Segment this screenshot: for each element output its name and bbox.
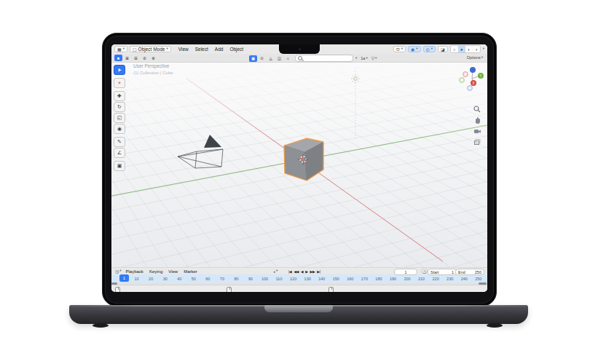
display-dropdown[interactable]: ▾: [354, 57, 358, 60]
tool-icon: ➤: [116, 67, 123, 74]
select-mode-icon: ⊟: [134, 56, 138, 60]
viewport-toolbar: ➤⌖✚↻◱◉✎∠▣: [114, 65, 125, 171]
filter-icon: ⊙: [260, 56, 264, 60]
select-mode-set[interactable]: ■: [114, 55, 122, 61]
timeline-menu-item[interactable]: Playback: [126, 269, 143, 274]
tool-rotate[interactable]: ↻: [114, 102, 125, 112]
play-reverse-button[interactable]: ◀: [301, 269, 303, 274]
show-gizmo-toggle[interactable]: ◉ ▾: [408, 46, 421, 52]
tool-icon: ▣: [117, 163, 122, 169]
current-frame-field[interactable]: 1: [394, 269, 417, 275]
overlays-icon: ◎: [426, 47, 430, 52]
tool-cursor[interactable]: ⌖: [114, 78, 125, 88]
shading-sphere-icon: ○: [453, 47, 455, 52]
navigation-gizmo[interactable]: Y X: [458, 63, 487, 104]
timeline-menu-item[interactable]: Marker: [184, 269, 197, 274]
frame-tick-label: 240: [461, 277, 468, 281]
frame-tick-label: 150: [333, 277, 339, 281]
menu-item[interactable]: Select: [195, 47, 208, 52]
select-mode-icon: ⊞: [125, 56, 129, 60]
use-preview-range-button[interactable]: ◷: [421, 269, 428, 274]
frame-tick-label: 100: [261, 277, 268, 281]
mouse-middle-hint-icon: [227, 287, 232, 292]
frame-tick-label: 20: [149, 277, 153, 281]
tool-transform[interactable]: ◉: [114, 124, 125, 134]
frame-tick-label: 220: [433, 277, 439, 281]
options-dropdown[interactable]: Options ▾: [465, 55, 484, 60]
show-overlays-toggle[interactable]: ◎ ▾: [423, 46, 436, 52]
frame-tick-label: 90: [248, 277, 253, 281]
perspective-toggle-icon[interactable]: [473, 138, 481, 146]
filter-toggle-1[interactable]: ▣: [249, 55, 257, 62]
search-box: [295, 55, 353, 62]
pan-hand-icon[interactable]: [473, 116, 481, 124]
playback-controls: |◀◀◀◀▶▶▶▶|: [288, 269, 320, 274]
filter-toggle-3[interactable]: ◬: [267, 55, 275, 62]
camera-view-icon[interactable]: [473, 127, 481, 135]
shading-rendered[interactable]: ◑: [473, 46, 480, 52]
timeline-menu-item[interactable]: Keying: [149, 269, 162, 274]
filter-funnel-dropdown[interactable]: ▽▾: [370, 56, 379, 60]
camera-object[interactable]: [178, 135, 223, 168]
prev-keyframe-button[interactable]: ◀◀: [294, 269, 299, 274]
current-frame-value: 1: [404, 270, 406, 274]
shading-solid[interactable]: ●: [458, 46, 465, 52]
select-mode-intersect[interactable]: ⊗: [149, 55, 157, 61]
end-frame-field[interactable]: End250: [455, 269, 484, 275]
select-mode-subtract[interactable]: ⊟: [132, 55, 140, 61]
start-frame-field[interactable]: Start1: [428, 269, 457, 275]
tool-move[interactable]: ✚: [114, 91, 125, 101]
select-mode-invert[interactable]: ⊘: [141, 55, 149, 61]
menu-item[interactable]: Object: [229, 47, 243, 52]
filter-toggle-4[interactable]: ◫: [275, 55, 283, 62]
select-mode-extend[interactable]: ⊞: [123, 55, 131, 61]
sort-dropdown[interactable]: 1a▾: [359, 56, 369, 60]
shading-wireframe[interactable]: ○: [451, 46, 458, 52]
tool-settings-bar: ■⊞⊟⊘⊗ ▣⊙◬◫⌂ ▾ 1a▾ ▽▾ Options ▾: [111, 54, 487, 63]
frame-tick-label: 250: [475, 277, 481, 281]
chevron-down-icon: ▾: [481, 56, 483, 60]
tool-measure[interactable]: ∠: [114, 148, 125, 158]
xray-toggle[interactable]: ◪: [438, 46, 448, 52]
frame-tick-label: 120: [290, 277, 296, 281]
laptop-mockup: ▦ ▾ ▢ Object Mode ▾ ViewSelectAddObject …: [0, 0, 598, 364]
chevron-down-icon: ▾: [355, 57, 357, 60]
start-value: 1: [452, 270, 454, 274]
tool-scale[interactable]: ◱: [114, 113, 125, 123]
jump-to-end-button[interactable]: ▶|: [317, 269, 320, 274]
play-button[interactable]: ▶: [305, 269, 307, 274]
cube-object[interactable]: [284, 138, 323, 181]
mode-dropdown[interactable]: ▢ Object Mode ▾: [130, 46, 171, 52]
zoom-icon[interactable]: [473, 106, 481, 113]
frame-tick-label: 140: [318, 277, 325, 281]
jump-to-start-button[interactable]: |◀: [288, 269, 291, 274]
snap-button[interactable]: Ω ▾: [393, 46, 406, 52]
frame-tick-label: 70: [220, 277, 224, 281]
editor-type-button[interactable]: ▦ ▾: [114, 46, 127, 52]
chevron-down-icon: ▾: [123, 47, 125, 51]
chevron-down-icon: ▾: [401, 47, 403, 51]
tool-select-box[interactable]: ➤: [114, 65, 125, 75]
shading-material[interactable]: ◐: [465, 46, 473, 52]
chevron-down-icon: ▾: [375, 57, 377, 60]
frame-tick-label: 210: [418, 277, 425, 281]
display-notch: [279, 44, 320, 54]
menu-item[interactable]: Add: [215, 47, 224, 52]
menu-item[interactable]: View: [178, 47, 189, 52]
shading-sphere-icon: ◐: [468, 47, 470, 52]
filter-toggle-2[interactable]: ⊙: [258, 55, 266, 62]
tool-add-cube[interactable]: ▣: [114, 161, 125, 171]
timeline-editor-button[interactable]: ◷ ▾: [114, 269, 123, 274]
search-input[interactable]: [304, 56, 350, 60]
playhead[interactable]: 1: [119, 274, 129, 282]
viewport-3d[interactable]: User Perspective (1) Collection | Cube ➤…: [111, 62, 487, 267]
tool-annotate[interactable]: ✎: [114, 137, 125, 147]
shading-mode-group: ○●◐◑: [450, 45, 481, 53]
tool-icon: ◱: [117, 115, 122, 121]
timeline-menu-item[interactable]: View: [168, 269, 178, 274]
webcam-icon: [299, 48, 301, 50]
filter-toggle-5[interactable]: ⌂: [284, 55, 292, 62]
light-object[interactable]: [351, 68, 360, 139]
auto-key-button[interactable]: ●▾: [272, 269, 279, 274]
next-keyframe-button[interactable]: ▶▶: [310, 269, 315, 274]
